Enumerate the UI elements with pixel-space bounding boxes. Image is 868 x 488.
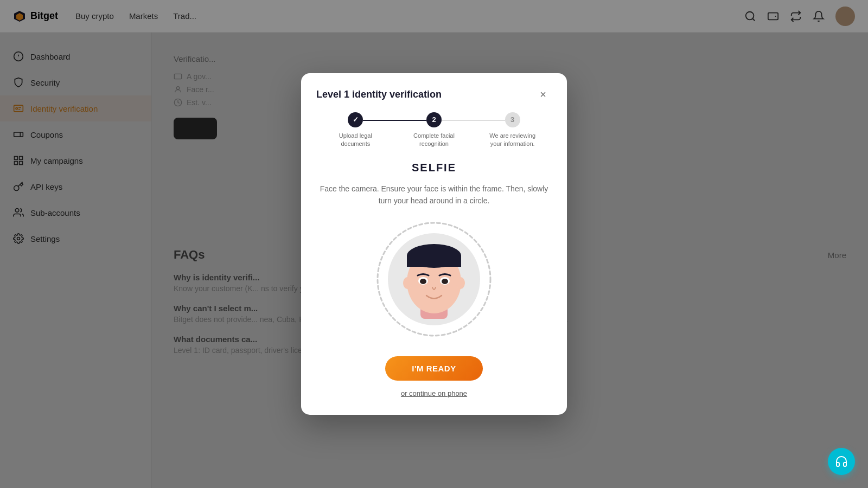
step-2-label: Complete facial recognition: [410, 132, 458, 149]
modal-title: Level 1 identity verification: [316, 89, 442, 100]
step-2: 2 Complete facial recognition: [395, 112, 474, 149]
step-2-circle: 2: [426, 112, 442, 127]
im-ready-button[interactable]: I'M READY: [385, 356, 483, 381]
step-1-circle: ✓: [348, 112, 363, 127]
close-button[interactable]: ×: [534, 86, 552, 104]
selfie-description: Face the camera. Ensure your face is wit…: [316, 183, 552, 207]
step-3-label: We are reviewing your information.: [488, 132, 537, 149]
selfie-title: SELFIE: [316, 162, 552, 174]
step-1-connector: [363, 120, 426, 121]
face-illustration: [316, 220, 552, 339]
step-1: ✓ Upload legal documents: [316, 112, 395, 149]
svg-point-22: [378, 223, 490, 336]
step-1-label: Upload legal documents: [331, 132, 380, 149]
modal-overlay: Level 1 identity verification × ✓ Upload…: [0, 0, 868, 488]
step-3-circle: 3: [505, 112, 520, 127]
step-2-connector: [442, 120, 505, 121]
continue-on-phone-link[interactable]: or continue on phone: [316, 389, 552, 397]
dashed-ring-icon: [374, 220, 494, 339]
modal-scroll-area[interactable]: SELFIE Face the camera. Ensure your face…: [301, 157, 567, 415]
step-3: 3 We are reviewing your information.: [473, 112, 552, 149]
steps: ✓ Upload legal documents 2 Complete faci…: [316, 112, 552, 149]
headset-icon: [835, 455, 848, 468]
face-ring: [374, 220, 494, 339]
modal: Level 1 identity verification × ✓ Upload…: [301, 73, 567, 415]
support-chat-button[interactable]: [828, 448, 855, 475]
steps-container: ✓ Upload legal documents 2 Complete faci…: [301, 112, 567, 157]
modal-header: Level 1 identity verification ×: [301, 73, 567, 112]
